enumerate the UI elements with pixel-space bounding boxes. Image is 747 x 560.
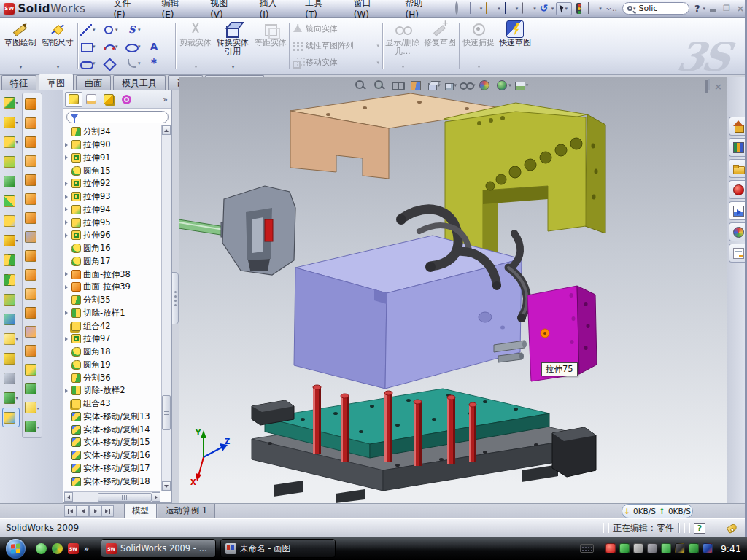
tray-icon[interactable] — [675, 543, 685, 553]
features-toolbar-button[interactable]: ▾ — [4, 309, 18, 329]
surfaces-toolbar-button[interactable]: ▾ — [25, 209, 39, 228]
search-input[interactable]: Solic — [638, 4, 657, 13]
quick-tips-button[interactable]: ? — [694, 523, 705, 534]
expand-arrow-icon[interactable] — [65, 272, 71, 276]
tray-icon[interactable] — [647, 543, 657, 553]
tray-icon[interactable] — [689, 543, 699, 553]
view-toolbar-button[interactable]: ▾ — [514, 80, 529, 90]
feature-tree-item[interactable]: 圆角17 — [65, 255, 160, 268]
previous-tab-button[interactable] — [77, 505, 89, 517]
feature-tree-item[interactable]: 分割36 — [65, 371, 160, 384]
slot-tool-button[interactable]: ▾ — [80, 55, 103, 71]
feature-tree-item[interactable]: 实体-移动/复制16 — [65, 449, 160, 462]
surfaces-toolbar-button[interactable]: ▾ — [25, 322, 39, 341]
panel-splitter-handle[interactable] — [172, 272, 179, 324]
features-toolbar-button[interactable]: ▾ — [4, 171, 18, 191]
search-box[interactable]: ▾ Solic — [622, 2, 689, 15]
expand-arrow-icon[interactable] — [65, 311, 71, 315]
surfaces-toolbar-button[interactable]: ▾ — [25, 265, 39, 284]
surfaces-toolbar-button[interactable]: ▾ — [25, 360, 39, 379]
feature-tree-item[interactable]: 切除-放样2 — [65, 384, 160, 397]
surfaces-toolbar-button[interactable]: ▾ — [25, 246, 39, 265]
feature-tree-item[interactable]: 圆角19 — [65, 359, 160, 372]
view-toolbar-button[interactable]: ▾ — [444, 79, 457, 90]
save-button[interactable]: ▾ — [503, 1, 520, 16]
feature-tree-item[interactable]: 曲面-拉伸39 — [65, 281, 160, 294]
help-button[interactable]: ? — [693, 3, 702, 14]
surfaces-toolbar-button[interactable]: ▾ — [25, 190, 39, 209]
feature-tree-item[interactable]: 曲面-拉伸38 — [65, 268, 160, 281]
doc-close-button[interactable]: × — [714, 81, 722, 92]
graphics-viewport[interactable]: Y Z X ▾ ▾ ▾ — [179, 77, 727, 503]
scroll-right-button[interactable] — [152, 492, 160, 502]
rectangle-tool-button[interactable]: ▾ — [80, 38, 103, 55]
options-button[interactable]: ▾ — [586, 1, 603, 16]
view-toolbar-button[interactable]: ▾ — [354, 79, 370, 91]
scroll-down-button[interactable] — [162, 481, 171, 491]
feature-tree-item[interactable]: 拉伸91 — [65, 152, 160, 165]
features-toolbar-button[interactable]: ▾ — [4, 230, 18, 250]
feature-tree-item[interactable]: 拉伸96 — [65, 229, 160, 242]
undo-button[interactable]: ↺▾ — [538, 1, 556, 16]
surfaces-toolbar-button[interactable]: ▾ — [25, 284, 39, 303]
surfaces-toolbar-button[interactable]: ▾ — [25, 133, 39, 152]
feature-tree-item[interactable]: 实体-移动/复制14 — [65, 423, 160, 436]
view-toolbar-button[interactable]: ▾ — [496, 79, 511, 91]
surfaces-toolbar-button[interactable]: ▾ — [25, 152, 39, 171]
quicklaunch-icon[interactable] — [52, 543, 63, 554]
rebuild-button[interactable] — [573, 1, 585, 16]
features-toolbar-button[interactable]: ▾ — [4, 132, 18, 152]
taskbar-clock[interactable]: 9:41 — [721, 543, 741, 554]
view-toolbar-button[interactable]: ▾ — [391, 79, 407, 91]
feature-tree-item[interactable]: 实体-移动/复制18 — [65, 475, 160, 488]
ellipse-tool-button[interactable]: ▾ — [125, 38, 148, 55]
feature-manager-tab[interactable] — [65, 92, 82, 107]
messenger-quicklaunch-icon[interactable] — [36, 543, 47, 554]
tray-icon[interactable] — [605, 543, 616, 553]
tree-vertical-scrollbar[interactable] — [161, 125, 171, 491]
minimize-button[interactable] — [706, 3, 719, 14]
feature-tree-item[interactable]: 拉伸94 — [65, 203, 160, 217]
scroll-up-button[interactable] — [162, 125, 171, 135]
features-toolbar-button[interactable]: ▾ — [4, 329, 18, 349]
feature-tree-item[interactable]: 组合43 — [65, 397, 160, 411]
features-toolbar-button[interactable]: ▾ — [4, 270, 18, 289]
expand-arrow-icon[interactable] — [65, 155, 71, 160]
selection-box-tool-button[interactable] — [148, 21, 171, 38]
view-toolbar-button[interactable]: ▾ — [479, 79, 494, 91]
solidworks-quicklaunch-icon[interactable]: SW — [68, 543, 79, 554]
surfaces-toolbar-button[interactable]: ▾ — [25, 398, 39, 417]
features-toolbar-button[interactable]: ▾ — [4, 349, 18, 368]
surfaces-toolbar-button[interactable]: ▾ — [25, 95, 39, 114]
model-rod-and-clamp[interactable] — [179, 186, 295, 275]
tray-icon[interactable] — [619, 543, 630, 553]
feature-tree-item[interactable]: 圆角18 — [65, 346, 160, 359]
surfaces-toolbar-button[interactable]: ▾ — [25, 379, 39, 398]
feature-tree-item[interactable]: 拉伸92 — [65, 177, 160, 190]
tray-icon[interactable] — [661, 543, 671, 553]
line-tool-button[interactable]: ▾ — [80, 21, 103, 38]
model-3d-view[interactable]: Y Z X — [179, 77, 727, 503]
restore-button[interactable]: ❐ — [720, 4, 733, 13]
expand-arrow-icon[interactable] — [65, 182, 71, 186]
next-tab-button[interactable] — [89, 505, 101, 517]
features-toolbar-button[interactable]: ▾ — [4, 388, 18, 408]
feature-tree-item[interactable]: 实体-移动/复制13 — [65, 411, 160, 424]
text-tool-button[interactable] — [148, 38, 171, 55]
arc-tool-button[interactable]: ▾ — [103, 38, 125, 55]
last-tab-button[interactable] — [101, 505, 114, 517]
features-toolbar-button[interactable]: ▾ — [4, 93, 18, 112]
tree-filter-box[interactable] — [66, 111, 169, 123]
ribbon-tab[interactable]: 曲面 — [76, 75, 111, 90]
features-toolbar-button[interactable]: ▾ — [4, 250, 18, 270]
ribbon-tab[interactable]: 模具工具 — [113, 75, 166, 90]
view-toolbar-button[interactable]: ▾ — [410, 79, 425, 90]
view-toolbar-button[interactable]: ▾ — [460, 79, 476, 91]
view-toolbar-button[interactable]: ▾ — [427, 79, 441, 90]
configuration-manager-tab[interactable] — [100, 92, 117, 107]
dimxpert-manager-tab[interactable] — [117, 92, 135, 107]
convert-entities-button[interactable]: 转换实体引用▾ — [214, 20, 252, 72]
expand-arrow-icon[interactable] — [65, 195, 71, 199]
print-button[interactable]: ▾ — [520, 1, 538, 16]
taskbar-task-button[interactable]: 未命名 - 画图 — [220, 539, 336, 558]
